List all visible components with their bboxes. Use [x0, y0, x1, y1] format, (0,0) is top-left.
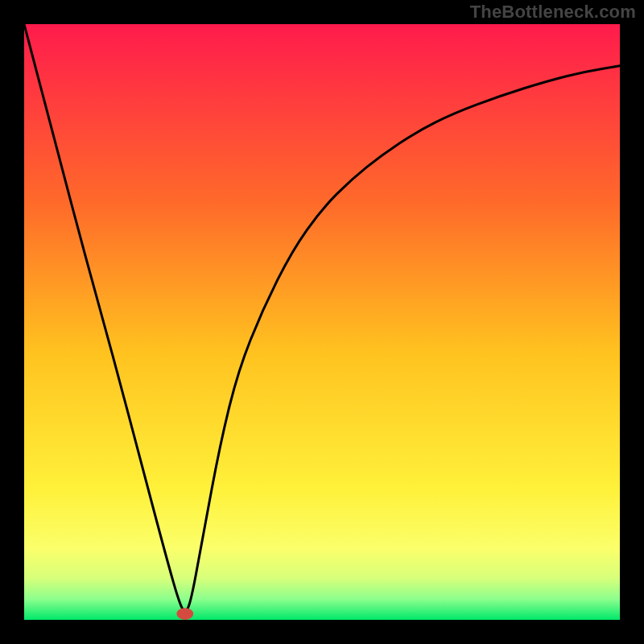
minimum-marker: [176, 608, 193, 620]
plot-frame: [24, 24, 620, 620]
bottleneck-chart: [24, 24, 620, 620]
watermark-text: TheBottleneck.com: [470, 2, 636, 23]
chart-background: [24, 24, 620, 620]
